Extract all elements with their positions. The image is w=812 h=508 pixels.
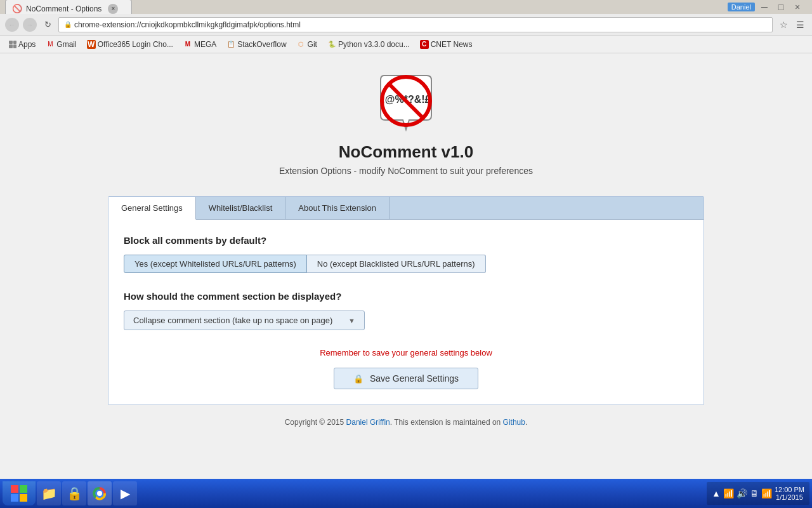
back-button[interactable]: ← — [5, 18, 19, 32]
dropdown-row: Collapse comment section (take up no spa… — [124, 311, 688, 330]
url-text: chrome-extension://cniojkdkopmbkcllmikgk… — [74, 20, 301, 29]
bookmark-office365-label: Office365 Login Cho... — [98, 40, 173, 49]
bookmark-mega-label: MEGA — [194, 40, 216, 49]
display-setting: How should the comment section be displa… — [124, 291, 688, 330]
app-logo: !@%*?&!£ — [371, 66, 441, 136]
svg-rect-5 — [11, 494, 18, 502]
block-comments-setting: Block all comments by default? Yes (exce… — [124, 235, 688, 273]
svg-point-8 — [97, 491, 102, 496]
bookmark-python-label: Python v3.3.0 docu... — [338, 40, 410, 49]
address-box[interactable]: 🔒 chrome-extension://cniojkdkopmbkcllmik… — [58, 17, 773, 32]
bookmark-office365[interactable]: W Office365 Login Cho... — [83, 39, 177, 50]
taskbar-speaker-icon: 🔊 — [737, 488, 747, 498]
tab-favicon: 🚫 — [12, 4, 22, 13]
tab-content-general: Block all comments by default? Yes (exce… — [108, 220, 704, 404]
maximize-button[interactable]: □ — [774, 0, 788, 14]
star-icon[interactable]: ☆ — [776, 18, 790, 32]
windows-logo — [10, 484, 29, 503]
bookmark-gmail-label: Gmail — [56, 40, 76, 49]
bookmarks-bar: Apps M Gmail W Office365 Login Cho... M … — [0, 36, 812, 53]
taskbar-signal-icon: 📶 — [761, 488, 772, 498]
stackoverflow-icon: 📋 — [226, 40, 235, 49]
dropdown-selected-text: Collapse comment section (take up no spa… — [133, 316, 332, 325]
bookmark-mega[interactable]: M MEGA — [180, 39, 220, 50]
bookmark-gmail[interactable]: M Gmail — [42, 39, 80, 50]
taskbar-right: ▲ 📶 🔊 🖥 📶 12:00 PM 1/1/2015 — [707, 482, 809, 505]
close-button[interactable]: × — [790, 0, 804, 14]
bookmark-stackoverflow-label: StackOverflow — [237, 40, 286, 49]
footer-middle: . This extension is maintained on — [390, 418, 503, 427]
app-subtitle: Extension Options - modify NoComment to … — [279, 166, 533, 176]
block-comments-label: Block all comments by default? — [124, 235, 688, 246]
save-btn-label: Save General Settings — [370, 373, 459, 384]
app-title: NoComment v1.0 — [339, 142, 473, 162]
menu-icon[interactable]: ☰ — [793, 18, 807, 32]
footer-end: . — [525, 418, 527, 427]
taskbar-chrome[interactable] — [88, 481, 112, 505]
bookmark-git-label: Git — [308, 40, 317, 49]
footer-author-link[interactable]: Daniel Griffin — [346, 418, 390, 427]
save-reminder: Remember to save your general settings b… — [124, 348, 688, 358]
taskbar-clock[interactable]: 12:00 PM 1/1/2015 — [775, 486, 804, 501]
window-controls: Daniel ─ □ × — [728, 0, 809, 14]
address-bar-area: ← → ↻ 🔒 chrome-extension://cniojkdkopmbk… — [0, 14, 812, 36]
chrome-icon — [92, 486, 107, 501]
bookmark-python[interactable]: 🐍 Python v3.3.0 docu... — [324, 39, 414, 50]
logo-area: !@%*?&!£ NoComment v1.0 Extension Option… — [279, 66, 533, 186]
tab-about-extension[interactable]: About This Extension — [285, 197, 390, 219]
taskbar-time: 12:00 PM — [775, 486, 804, 493]
ssl-icon: 🔒 — [64, 21, 72, 28]
cnet-icon: C — [420, 40, 429, 49]
taskbar-network-icon: ▲ — [712, 488, 721, 498]
git-icon: ⬡ — [297, 40, 306, 49]
footer: Copyright © 2015 Daniel Griffin. This ex… — [285, 418, 528, 427]
display-dropdown[interactable]: Collapse comment section (take up no spa… — [124, 311, 365, 330]
bookmark-cnet-label: CNET News — [431, 40, 473, 49]
tab-whitelist-blacklist[interactable]: Whitelist/Blacklist — [196, 197, 285, 219]
tab-container: General Settings Whitelist/Blacklist Abo… — [108, 196, 704, 405]
tab-title: NoComment - Options — [26, 4, 102, 13]
forward-button[interactable]: → — [23, 18, 37, 32]
office365-icon: W — [87, 40, 96, 49]
tab-header: General Settings Whitelist/Blacklist Abo… — [108, 197, 704, 220]
bookmark-cnet[interactable]: C CNET News — [416, 39, 476, 50]
taskbar-display-icon: 🖥 — [750, 488, 759, 498]
taskbar-media[interactable]: ▶ — [113, 481, 137, 505]
bookmark-apps[interactable]: Apps — [5, 39, 39, 50]
footer-copyright: Copyright © 2015 — [285, 418, 346, 427]
gmail-icon: M — [46, 40, 55, 49]
tab-close-button[interactable]: × — [108, 4, 118, 14]
svg-rect-4 — [20, 485, 27, 493]
taskbar-vpn[interactable]: 🔒 — [62, 481, 86, 505]
minimize-button[interactable]: ─ — [757, 0, 771, 14]
start-button[interactable] — [3, 481, 36, 505]
lock-icon: 🔒 — [353, 374, 363, 384]
block-comments-buttons: Yes (except Whitelisted URLs/URL pattern… — [124, 255, 688, 273]
taskbar-file-manager[interactable]: 📁 — [37, 481, 61, 505]
bookmark-stackoverflow[interactable]: 📋 StackOverflow — [223, 39, 290, 50]
block-yes-button[interactable]: Yes (except Whitelisted URLs/URL pattern… — [124, 255, 307, 273]
chrome-toolbar-icons: ☆ ☰ — [776, 18, 807, 32]
taskbar-wireless-icon: 📶 — [723, 488, 734, 498]
taskbar: 📁 🔒 ▶ ▲ 📶 🔊 🖥 📶 12:00 PM 1/1/2015 — [0, 479, 812, 508]
apps-icon — [9, 41, 16, 48]
dropdown-arrow-icon: ▼ — [348, 317, 355, 324]
taskbar-date: 1/1/2015 — [775, 493, 804, 501]
block-no-button[interactable]: No (except Blacklisted URLs/URL patterns… — [307, 255, 486, 273]
refresh-button[interactable]: ↻ — [41, 18, 55, 32]
bookmark-apps-label: Apps — [18, 40, 36, 49]
svg-rect-3 — [11, 485, 18, 493]
tab-general-settings[interactable]: General Settings — [108, 197, 196, 220]
user-badge[interactable]: Daniel — [728, 3, 755, 11]
save-btn-container: 🔒 Save General Settings — [124, 368, 688, 389]
svg-rect-6 — [20, 494, 27, 502]
save-general-settings-button[interactable]: 🔒 Save General Settings — [334, 368, 478, 389]
page-content: !@%*?&!£ NoComment v1.0 Extension Option… — [73, 53, 739, 479]
python-icon: 🐍 — [327, 40, 336, 49]
mega-icon: M — [183, 40, 192, 49]
bookmark-git[interactable]: ⬡ Git — [293, 39, 321, 50]
title-bar: 🚫 NoComment - Options × Daniel ─ □ × — [0, 0, 812, 14]
display-label: How should the comment section be displa… — [124, 291, 688, 302]
footer-github-link[interactable]: Github — [503, 418, 525, 427]
browser-content: !@%*?&!£ NoComment v1.0 Extension Option… — [0, 53, 812, 479]
